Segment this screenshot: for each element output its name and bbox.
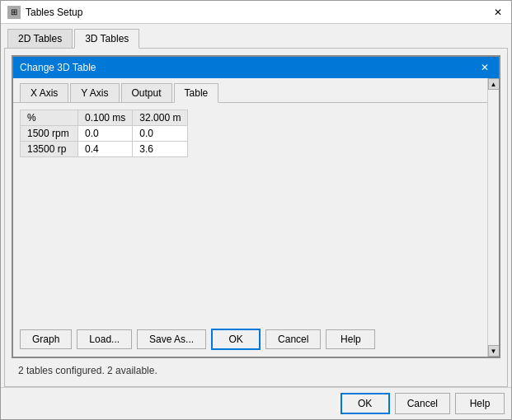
table-corner-header: % xyxy=(21,110,78,126)
outer-content: Change 3D Table ✕ X Axis Y Axis Output xyxy=(4,48,508,387)
table-row-header-1: 13500 rp xyxy=(21,142,78,157)
table-container[interactable]: % 0.100 ms 32.000 m xyxy=(13,103,487,322)
table-row: 13500 rp 0.4 3.6 xyxy=(21,142,188,157)
outer-cancel-button[interactable]: Cancel xyxy=(395,393,450,414)
table-row-header-0: 1500 rpm xyxy=(21,126,78,142)
graph-button[interactable]: Graph xyxy=(20,329,72,349)
window-icon: ⊞ xyxy=(7,6,21,19)
outer-tabs: 2D Tables 3D Tables xyxy=(1,24,511,48)
inner-close-button[interactable]: ✕ xyxy=(477,60,492,75)
inner-title-text: Change 3D Table xyxy=(20,62,96,73)
tab-table[interactable]: Table xyxy=(174,83,219,103)
outer-window: ⊞ Tables Setup ✕ 2D Tables 3D Tables Cha… xyxy=(0,0,512,420)
outer-title: ⊞ Tables Setup xyxy=(7,6,82,19)
status-text: 2 tables configured. 2 available. xyxy=(18,365,157,376)
inner-ok-button[interactable]: OK xyxy=(211,329,261,350)
scrollbar-track[interactable] xyxy=(488,90,500,345)
outer-buttons: OK Cancel Help xyxy=(1,387,511,419)
tab-y-axis[interactable]: Y Axis xyxy=(70,83,119,102)
tab-3d-tables[interactable]: 3D Tables xyxy=(74,29,139,49)
tab-2d-tables[interactable]: 2D Tables xyxy=(7,29,73,48)
table-cell-0-1[interactable]: 0.0 xyxy=(133,126,188,142)
table-row: 1500 rpm 0.0 0.0 xyxy=(21,126,188,142)
inner-tabs: X Axis Y Axis Output Table xyxy=(13,78,487,103)
table-cell-0-0[interactable]: 0.0 xyxy=(78,126,133,142)
status-bar: 2 tables configured. 2 available. xyxy=(12,362,500,380)
scrollbar-up-arrow[interactable]: ▲ xyxy=(488,78,500,90)
inner-layout: X Axis Y Axis Output Table xyxy=(13,78,499,357)
outer-help-button[interactable]: Help xyxy=(455,393,505,414)
save-as-button[interactable]: Save As... xyxy=(137,329,206,349)
table-cell-1-0[interactable]: 0.4 xyxy=(78,142,133,157)
data-table: % 0.100 ms 32.000 m xyxy=(20,110,188,157)
tab-output[interactable]: Output xyxy=(121,83,172,102)
inner-dialog-buttons: Graph Load... Save As... OK Cancel Help xyxy=(13,322,487,357)
inner-dialog: Change 3D Table ✕ X Axis Y Axis Output xyxy=(12,55,500,358)
outer-ok-button[interactable]: OK xyxy=(341,393,390,414)
inner-cancel-button[interactable]: Cancel xyxy=(265,329,321,349)
inner-title-bar: Change 3D Table ✕ xyxy=(13,57,499,78)
outer-title-bar: ⊞ Tables Setup ✕ xyxy=(1,1,511,24)
inner-main: X Axis Y Axis Output Table xyxy=(13,78,487,357)
table-col-header-2: 32.000 m xyxy=(133,110,188,126)
load-button[interactable]: Load... xyxy=(77,329,132,349)
tab-x-axis[interactable]: X Axis xyxy=(20,83,68,102)
outer-close-button[interactable]: ✕ xyxy=(491,6,505,19)
scrollbar-down-arrow[interactable]: ▼ xyxy=(488,345,500,357)
table-col-header-1: 0.100 ms xyxy=(78,110,133,126)
inner-help-button[interactable]: Help xyxy=(326,329,375,349)
outer-title-text: Tables Setup xyxy=(26,7,82,18)
scrollbar[interactable]: ▲ ▼ xyxy=(487,78,499,357)
table-cell-1-1[interactable]: 3.6 xyxy=(133,142,188,157)
